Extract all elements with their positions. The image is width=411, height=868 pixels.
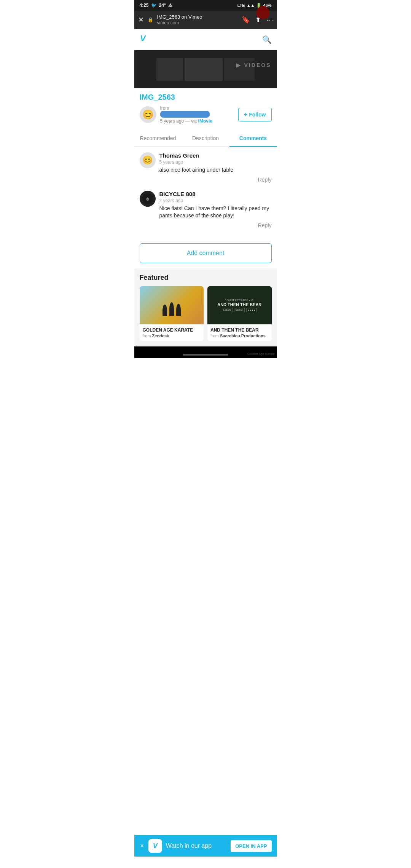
video-author-info: from 5 years ago — via iMovie — [160, 105, 212, 124]
featured-card-bear[interactable]: COUNT METRAGE • tiff. AND THEN THE BEAR … — [207, 286, 272, 341]
signal-icon: ▲▲ — [247, 3, 255, 8]
featured-card-title: GOLDEN AGE KARATE — [143, 327, 201, 333]
home-indicator — [183, 354, 228, 356]
author-avatar[interactable]: 😊 — [140, 106, 156, 123]
status-bar: 4:25 🐦 24° ⚠ LTE ▲▲ 🔋 46% — [134, 0, 277, 11]
url-display: vimeo.com — [157, 20, 179, 26]
video-thumbnail[interactable]: ▶ VIDEOS — [134, 50, 277, 88]
video-title: IMG_2563 — [140, 93, 272, 102]
tab-recommended[interactable]: Recommended — [134, 131, 182, 147]
vimeo-logo[interactable]: V — [140, 33, 153, 46]
reply-button[interactable]: Reply — [258, 177, 272, 183]
comments-section: 😊 Thomas Green 5 years ago also nice foo… — [134, 147, 277, 242]
featured-card-from: from Zendesk — [143, 333, 201, 338]
featured-card-info: GOLDEN AGE KARATE from Zendesk — [140, 324, 204, 341]
reply-button[interactable]: Reply — [258, 222, 272, 228]
comment-reply-area: Reply — [159, 176, 272, 183]
commenter-avatar[interactable]: 😊 — [140, 152, 156, 168]
add-comment-button[interactable]: Add comment — [140, 243, 272, 263]
featured-section: Featured Golden Age Karate GOLDEN AGE KA… — [134, 268, 277, 346]
browser-bar: ✕ 🔒 IMG_2563 on Vimeo vimeo.com 🔖 ⬆ ⋯ — [134, 11, 277, 29]
svg-text:♠: ♠ — [146, 195, 149, 202]
follow-button[interactable]: + Follow — [238, 108, 272, 121]
search-icon[interactable]: 🔍 — [262, 35, 272, 44]
video-thumb-text: ▶ VIDEOS — [234, 61, 273, 77]
lte-label: LTE — [237, 3, 245, 8]
video-meta-row: 😊 from 5 years ago — via iMovie + Follow — [140, 105, 272, 124]
featured-card-from: from Sacrebleu Productions — [210, 333, 269, 338]
twitter-icon: 🐦 — [151, 3, 157, 8]
time-display: 4:25 — [140, 3, 149, 8]
comment-text: also nice foot airing under table — [159, 166, 272, 174]
featured-card-info: AND THEN THE BEAR from Sacrebleu Product… — [207, 324, 272, 341]
status-left: 4:25 🐦 24° ⚠ — [140, 3, 172, 8]
bookmark-icon[interactable]: 🔖 — [242, 16, 250, 24]
commenter-avatar-bicycle[interactable]: ♠ — [140, 191, 156, 207]
comment-author: BICYCLE 808 — [159, 191, 272, 197]
redacted-author — [160, 111, 210, 118]
author-name — [160, 111, 212, 118]
comment-time: 5 years ago — [159, 160, 272, 165]
featured-thumb-bear: COUNT METRAGE • tiff. AND THEN THE BEAR … — [207, 286, 272, 324]
featured-card-title: AND THEN THE BEAR — [210, 327, 269, 333]
comment-body: Thomas Green 5 years ago also nice foot … — [159, 152, 272, 183]
page-title: IMG_2563 on Vimeo — [157, 14, 238, 20]
tab-description[interactable]: Description — [182, 131, 229, 147]
svg-text:V: V — [140, 34, 146, 43]
from-label: from — [160, 105, 212, 111]
comment-author: Thomas Green — [159, 152, 272, 159]
security-lock-icon: 🔒 — [148, 17, 153, 22]
tab-comments[interactable]: Comments — [229, 131, 277, 147]
browser-close-button[interactable]: ✕ — [138, 16, 144, 23]
vimeo-header: V 🔍 — [134, 29, 277, 50]
plus-icon: + — [244, 111, 247, 118]
featured-thumb-karate: Golden Age Karate — [140, 286, 204, 324]
comment-body: BICYCLE 808 2 years ago Nice flats! Can … — [159, 191, 272, 229]
tab-bar: Recommended Description Comments — [134, 131, 277, 147]
featured-card-karate[interactable]: Golden Age Karate GOLDEN AGE KARATE from… — [140, 286, 204, 341]
browser-url[interactable]: IMG_2563 on Vimeo vimeo.com — [157, 14, 238, 26]
comment-item: 😊 Thomas Green 5 years ago also nice foo… — [140, 152, 272, 183]
warning-icon: ⚠ — [168, 3, 172, 8]
follow-label: Follow — [249, 112, 266, 118]
featured-grid: Golden Age Karate GOLDEN AGE KARATE from… — [140, 286, 272, 341]
comment-item: ♠ BICYCLE 808 2 years ago Nice flats! Ca… — [140, 191, 272, 229]
comment-time: 2 years ago — [159, 198, 272, 203]
comment-text: Nice flats! Can I have them? I literally… — [159, 205, 272, 220]
video-author-area: 😊 from 5 years ago — via iMovie — [140, 105, 212, 124]
video-timestamp: 5 years ago — via iMovie — [160, 118, 212, 124]
featured-title: Featured — [140, 274, 272, 282]
temperature: 24° — [159, 3, 166, 8]
video-info: IMG_2563 😊 from 5 years ago — via iMovie… — [134, 88, 277, 127]
comment-reply-area: Reply — [159, 222, 272, 229]
